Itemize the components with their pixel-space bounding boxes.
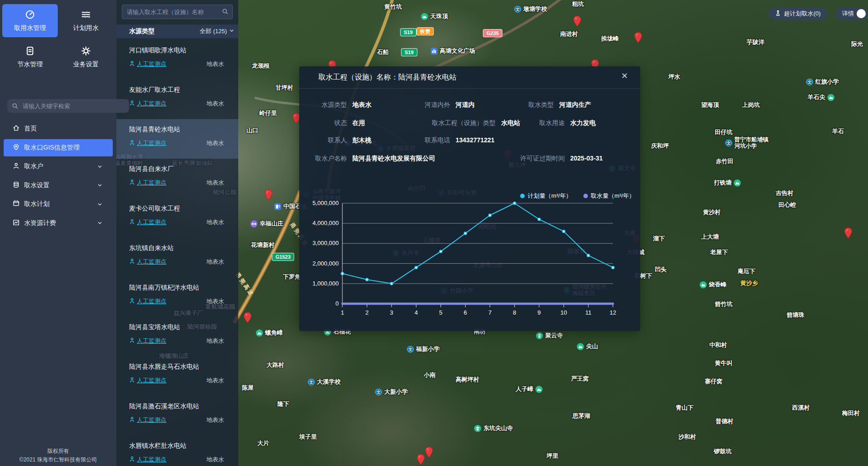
water-type: 地表水: [206, 139, 224, 147]
map-label: 花塘新村: [251, 242, 275, 249]
plan-icon: [13, 200, 20, 208]
app-module-1[interactable]: 取用水管理: [2, 4, 58, 37]
water-type: 地表水: [206, 297, 224, 306]
sidebar-item-6[interactable]: 水资源计费: [4, 215, 113, 232]
map-label: 黄沙乡: [740, 280, 758, 287]
facility-name: 东坑镇自来水站: [129, 244, 238, 252]
app-module-3[interactable]: 节水管理: [2, 40, 58, 74]
facility-name: 陆河县宝塔水电站: [129, 323, 238, 331]
map-label-text: 烧香峰: [709, 281, 727, 288]
water-type: 地表水: [206, 456, 224, 464]
monitor-type-link[interactable]: 人工监测点: [129, 179, 166, 187]
map-label-text: 箭塘珠: [787, 312, 804, 319]
sidebar-item-5[interactable]: 取水计划: [4, 195, 113, 213]
map-label-text: 天珠顶: [430, 13, 448, 20]
field-label-r2c3: 取水用途: [474, 118, 565, 127]
map-label-text: 黄竹坑: [384, 4, 402, 10]
map-label: 田仔坑: [715, 129, 733, 136]
over-plan-pill[interactable]: 超计划取水(0): [768, 7, 827, 20]
monitor-type-link[interactable]: 人工监测点: [129, 139, 166, 147]
toggle-knob[interactable]: [857, 9, 866, 18]
monitor-type-link[interactable]: 人工监测点: [129, 337, 166, 345]
map-pin-icon[interactable]: [264, 189, 273, 202]
map-label-text: 吉告村: [776, 190, 793, 197]
map-pin-icon[interactable]: [416, 454, 425, 466]
map-label-text: 际光: [851, 41, 863, 48]
list-item[interactable]: 陆河县宝塔水电站人工监测点地表水: [116, 317, 238, 356]
svg-text:文: 文: [726, 141, 731, 145]
map-label-text: 下罗角: [283, 274, 301, 281]
monitor-type-link[interactable]: 人工监测点: [129, 218, 166, 226]
map-pin-icon[interactable]: [573, 15, 582, 29]
map-label: 锣鼓坑: [714, 448, 732, 455]
sidebar-item-4[interactable]: 取水设置: [4, 177, 113, 194]
monitor-type-link[interactable]: 人工监测点: [129, 258, 166, 266]
map-label-text: 龙颈根: [252, 63, 270, 70]
map-label-text: 锣鼓坑: [714, 448, 732, 455]
map-label-text: 溜下: [653, 236, 665, 242]
sidebar-item-3[interactable]: 取水户: [4, 158, 113, 175]
legend-item[interactable]: 取水量（m³/年）: [583, 192, 635, 200]
modal-header: 取水工程（设施）名称：陆河县青砼水电站 ✕: [299, 66, 640, 89]
map-label: 文普宁市船埔镇河坑小学: [725, 136, 768, 150]
waves-icon: [81, 10, 91, 21]
list-item[interactable]: 河口镇唱歌潭水电站人工监测点地表水: [116, 40, 238, 80]
list-item[interactable]: 陆河县水唇走马石水电站人工监测点地表水: [116, 356, 238, 396]
monitor-type-link[interactable]: 人工监测点: [129, 456, 166, 464]
map-pin-icon[interactable]: [243, 312, 252, 325]
map-label: 际光: [851, 41, 863, 48]
sidebar-item-label: 首页: [24, 125, 37, 133]
app-module-2[interactable]: 计划用水: [58, 4, 114, 37]
list-item[interactable]: 陆河县激石溪老区水电站人工监测点地表水: [116, 396, 238, 436]
facility-search-input[interactable]: [122, 5, 233, 19]
legend-item[interactable]: 计划量（m³/年）: [520, 192, 572, 200]
map-label-text: 高树坪村: [456, 376, 479, 383]
detail-toggle-pill[interactable]: 详情: [836, 7, 868, 20]
module-label: 取用水管理: [14, 24, 46, 32]
map-label-text: 幸福山庄: [260, 220, 283, 227]
map-label: 箭塘珠: [787, 312, 804, 319]
map-label: 溜下: [653, 236, 665, 242]
keyword-search-input[interactable]: [7, 99, 129, 113]
map-label: 山口: [246, 127, 258, 134]
map-pin-icon[interactable]: [425, 446, 433, 460]
svg-text:0: 0: [336, 300, 339, 307]
close-icon[interactable]: ✕: [621, 72, 628, 80]
monitor-type-link[interactable]: 人工监测点: [129, 297, 166, 306]
search-icon: [12, 103, 18, 111]
road-badge: S19: [401, 48, 417, 56]
list-item[interactable]: 麦卡公司取水工程人工监测点地表水: [116, 198, 238, 238]
flask-icon: [775, 10, 781, 18]
map-label-text: 普德村: [716, 418, 733, 425]
monitor-type-link[interactable]: 人工监测点: [129, 376, 166, 385]
monitor-type-link[interactable]: 人工监测点: [129, 60, 166, 68]
map-pin-icon[interactable]: [844, 227, 853, 241]
map-label-text: 羊石: [832, 128, 844, 135]
list-item[interactable]: 陆河县南万镇杞洋水电站人工监测点地表水: [116, 277, 238, 317]
search-icon[interactable]: [222, 8, 228, 16]
chevron-down-icon: [229, 28, 235, 35]
svg-text:5,000,000: 5,000,000: [312, 200, 339, 206]
map-label-text: 黄牛叫: [715, 360, 733, 367]
source-type-filter[interactable]: 全部 (125): [200, 27, 235, 35]
svg-text:4,000,000: 4,000,000: [312, 220, 339, 226]
map-label: 黄沙村: [703, 209, 721, 216]
monitor-type-link[interactable]: 人工监测点: [129, 100, 166, 108]
sidebar-item-2[interactable]: 取水口GIS信息管理: [4, 139, 113, 156]
sidebar-item-1[interactable]: 首页: [4, 120, 113, 137]
person-icon: [129, 179, 135, 186]
map-label-text: 老屋下: [710, 249, 728, 256]
list-item[interactable]: 陆河县青砼水电站人工监测点地表水: [116, 119, 238, 159]
monitor-type-link[interactable]: 人工监测点: [129, 416, 166, 424]
mountain-marker-icon: [577, 343, 584, 351]
app-module-4[interactable]: 业务设置: [58, 40, 114, 74]
sidebar: 取用水管理计划用水节水管理业务设置 首页取水口GIS信息管理取水户取水设置取水计…: [0, 0, 116, 466]
list-item[interactable]: 水唇镇水栏肚水电站人工监测点地表水: [116, 436, 238, 466]
map-label: 高树坪村: [456, 376, 479, 383]
map-pin-icon[interactable]: [634, 32, 642, 45]
list-item[interactable]: 陆河县自来水厂人工监测点地表水: [116, 159, 238, 198]
list-item[interactable]: 友能水厂取水工程人工监测点地表水: [116, 80, 238, 119]
road-badge: S19: [400, 28, 416, 36]
map-label-text: 大新小学: [384, 389, 408, 396]
list-item[interactable]: 东坑镇自来水站人工监测点地表水: [116, 238, 238, 277]
